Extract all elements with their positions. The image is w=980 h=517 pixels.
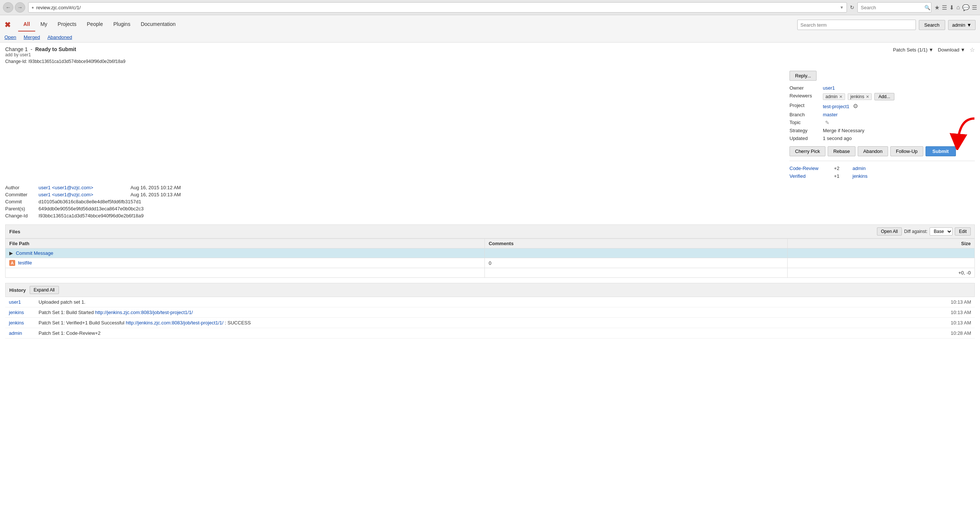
rebase-button[interactable]: Rebase	[828, 146, 856, 156]
topic-edit-icon[interactable]: ✎	[825, 120, 829, 125]
sub-nav-open[interactable]: Open	[5, 33, 20, 42]
menu-icon[interactable]: ☰	[972, 4, 977, 11]
submit-button[interactable]: Submit	[926, 146, 956, 156]
files-table-body: ▶ Commit Message A testfile 0 +0, -0	[6, 249, 975, 278]
refresh-button[interactable]: ↻	[850, 5, 854, 10]
chat-icon[interactable]: 💬	[962, 4, 970, 11]
col-filepath: File Path	[6, 239, 485, 249]
download-button[interactable]: Download ▼	[938, 47, 965, 52]
files-table: File Path Comments Size ▶ Commit Message…	[5, 238, 975, 278]
bookmark-icon[interactable]: ★	[934, 4, 940, 11]
strategy-value: Merge if Necessary	[823, 128, 864, 133]
history-title: History	[9, 287, 26, 293]
score-row-1: Verified +1 jenkins	[789, 173, 975, 179]
owner-row: Owner user1	[789, 85, 975, 91]
bookmark-list-icon[interactable]: ☰	[942, 4, 947, 11]
patch-sets-button[interactable]: Patch Sets (1/1) ▼	[893, 47, 933, 52]
build-link-1[interactable]: http://jenkins.zjc.com:8083/job/test-pro…	[95, 309, 193, 315]
nav-item-all[interactable]: All	[18, 18, 35, 32]
app-nav: ✖ All My Projects People Plugins Documen…	[5, 15, 975, 32]
committer-row: Committer user1 <user1@vzjc.com> Aug 16,…	[5, 192, 975, 197]
reviewer-jenkins-name: jenkins	[850, 94, 864, 99]
open-all-button[interactable]: Open All	[877, 227, 902, 236]
file-row-commit-message[interactable]: ▶ Commit Message	[6, 249, 975, 258]
change-title: Change 1 - Ready to Submit	[5, 46, 125, 52]
scores-section: Code-Review +2 admin Verified +1 jenkins	[789, 165, 975, 179]
reviewer-admin-remove[interactable]: ✕	[839, 94, 843, 99]
updated-label: Updated	[789, 136, 823, 141]
commit-message-link[interactable]: Commit Message	[16, 251, 53, 256]
project-gear-icon[interactable]: ⚙	[853, 103, 858, 109]
expand-all-button[interactable]: Expand All	[30, 286, 59, 294]
nav-item-people[interactable]: People	[81, 18, 108, 32]
history-user-1[interactable]: jenkins	[5, 308, 35, 318]
commit-section: Author user1 <user1@vzjc.com> Aug 16, 20…	[5, 185, 975, 219]
reviewer-jenkins-remove[interactable]: ✕	[866, 94, 869, 99]
build-link-2[interactable]: http://jenkins.zjc.com:8083/job/test-pro…	[126, 320, 223, 325]
history-user-3[interactable]: admin	[5, 328, 35, 338]
reply-button[interactable]: Reply...	[789, 71, 816, 81]
diff-against-select[interactable]: Base	[929, 227, 953, 236]
reviewer-admin-name: admin	[826, 94, 838, 99]
nav-item-my[interactable]: My	[35, 18, 52, 32]
score-user-0[interactable]: admin	[853, 165, 865, 171]
testfile-link[interactable]: testfile	[18, 260, 32, 266]
search-term-input[interactable]	[797, 20, 916, 30]
committer-label: Committer	[5, 192, 38, 197]
address-dropdown-icon: ▼	[840, 5, 843, 10]
download-icon[interactable]: ⬇	[949, 4, 954, 11]
submit-area: Submit	[926, 146, 956, 156]
nav-item-documentation[interactable]: Documentation	[136, 18, 181, 32]
change-meta: add by user1	[5, 52, 125, 57]
file-row-testfile[interactable]: A testfile 0	[6, 258, 975, 268]
commit-change-id-row: Change-Id I93bbc13651ca1d3d574bbce940f96…	[5, 213, 975, 219]
totals-label	[6, 268, 485, 278]
totals-row: +0, -0	[6, 268, 975, 278]
action-buttons: Cherry Pick Rebase Abandon Follow-Up Sub…	[789, 146, 975, 156]
edit-button[interactable]: Edit	[955, 227, 971, 236]
star-button[interactable]: ☆	[970, 46, 975, 53]
follow-up-button[interactable]: Follow-Up	[890, 146, 923, 156]
address-bar[interactable]: ● review.zjc.com/#/c/1/ ▼	[28, 2, 847, 13]
score-label-1[interactable]: Verified	[789, 173, 830, 179]
home-icon[interactable]: ⌂	[956, 4, 960, 11]
col-comments: Comments	[485, 239, 787, 249]
author-link[interactable]: user1 <user1@vzjc.com>	[38, 185, 94, 190]
search-button[interactable]: Search	[919, 20, 945, 30]
admin-dropdown-icon: ▼	[967, 22, 972, 28]
updated-row: Updated 1 second ago	[789, 136, 975, 141]
author-date: Aug 16, 2015 10:12 AM	[130, 185, 181, 190]
download-dropdown-icon: ▼	[960, 47, 965, 52]
expand-icon-0[interactable]: ▶	[9, 251, 13, 256]
history-table-body: user1 Uploaded patch set 1. 10:13 AM jen…	[5, 297, 975, 338]
sub-nav-abandoned[interactable]: Abandoned	[44, 33, 76, 42]
committer-link[interactable]: user1 <user1@vzjc.com>	[38, 192, 94, 197]
sub-nav-merged[interactable]: Merged	[20, 33, 44, 42]
history-msg-1: Patch Set 1: Build Started http://jenkin…	[35, 308, 869, 318]
branch-link[interactable]: master	[823, 112, 838, 117]
forward-button[interactable]: →	[15, 2, 25, 13]
history-user-2[interactable]: jenkins	[5, 318, 35, 328]
project-link[interactable]: test-project1	[823, 104, 850, 109]
nav-buttons: ← →	[3, 2, 25, 13]
score-label-0[interactable]: Code-Review	[789, 165, 830, 171]
updated-value: 1 second ago	[823, 136, 852, 141]
cherry-pick-button[interactable]: Cherry Pick	[789, 146, 826, 156]
right-col: Reply... Owner user1 Reviewers admin ✕	[789, 71, 975, 181]
abandon-button[interactable]: Abandon	[858, 146, 888, 156]
add-reviewer-button[interactable]: Add...	[874, 93, 894, 100]
branch-row: Branch master	[789, 112, 975, 117]
history-time-2: 10:13 AM	[869, 318, 975, 328]
topic-row: Topic ✎	[789, 120, 975, 125]
history-user-0[interactable]: user1	[5, 297, 35, 308]
admin-button[interactable]: admin ▼	[948, 20, 975, 30]
owner-link[interactable]: user1	[823, 85, 835, 91]
history-table: user1 Uploaded patch set 1. 10:13 AM jen…	[5, 297, 975, 338]
nav-item-projects[interactable]: Projects	[52, 18, 82, 32]
browser-search-box[interactable]: 🔍	[858, 2, 931, 13]
nav-item-plugins[interactable]: Plugins	[108, 18, 136, 32]
file-cell-1: A testfile	[6, 258, 485, 268]
back-button[interactable]: ←	[3, 2, 13, 13]
browser-search-input[interactable]	[861, 5, 923, 10]
score-user-1[interactable]: jenkins	[853, 173, 867, 179]
